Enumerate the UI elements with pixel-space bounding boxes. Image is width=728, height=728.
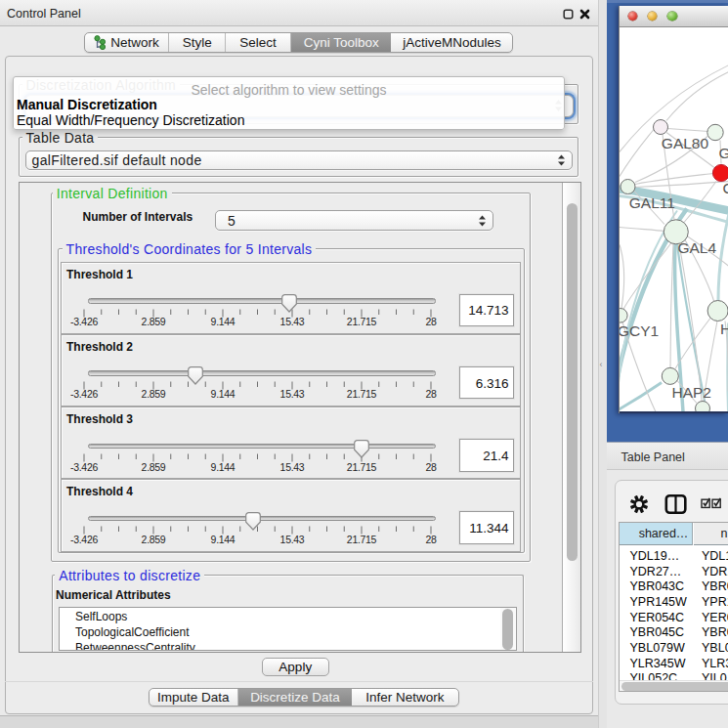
svg-text:C: C [722,180,728,196]
svg-text:GAL80: GAL80 [661,135,708,151]
svg-text:GA: GA [718,145,728,161]
svg-text:GAL11: GAL11 [628,194,674,211]
svg-text:GCY1: GCY1 [620,321,659,338]
svg-text:HI: HI [720,321,728,337]
svg-text:HAP2: HAP2 [671,383,711,400]
svg-text:GAL4: GAL4 [677,239,716,256]
